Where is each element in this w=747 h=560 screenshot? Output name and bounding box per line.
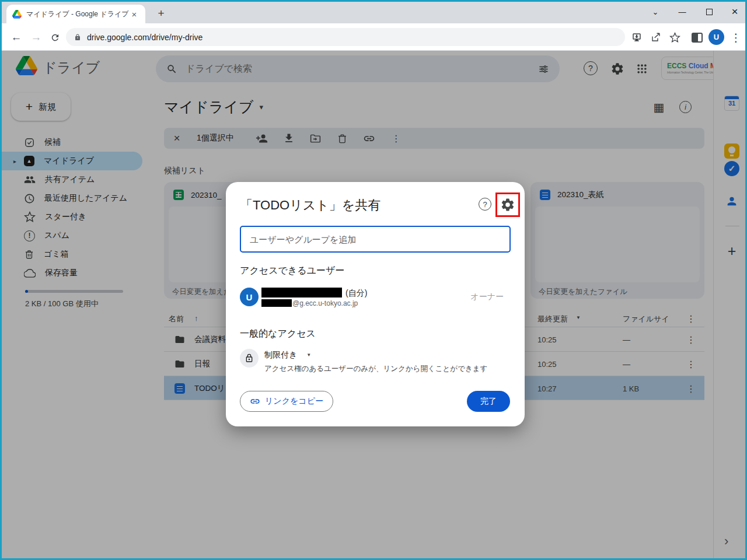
access-level-description: アクセス権のあるユーザーのみが、リンクから開くことができます [264,364,487,374]
copy-link-button[interactable]: リンクをコピー [240,391,333,412]
general-access-heading: 一般的なアクセス [240,328,316,340]
new-tab-button[interactable]: + [153,6,169,21]
copy-link-label: リンクをコピー [265,396,323,407]
side-panel-toggle[interactable] [689,30,704,45]
reload-button[interactable] [47,30,62,45]
annotation-red-box [495,192,520,217]
share-dialog: 「TODOリスト」を共有 ? アクセスできるユーザー U (自分) @g.ecc… [226,182,525,426]
tab-close-icon[interactable]: × [129,9,139,19]
browser-menu-kebab[interactable]: ⋮ [728,30,743,45]
owner-role-label: オーナー [470,292,504,302]
owner-email-domain: @g.ecc.u-tokyo.ac.jp [292,299,358,307]
dialog-settings-gear-icon[interactable] [500,197,515,212]
url-text: drive.google.com/drive/my-drive [87,33,203,42]
url-bar[interactable]: drive.google.com/drive/my-drive [66,28,625,46]
window-minimize-button[interactable]: — [669,2,695,22]
lock-icon [74,33,81,41]
access-level-dropdown[interactable]: 制限付き ▼ [264,350,311,360]
install-icon[interactable] [629,30,644,45]
redacted-owner-email-prefix [261,299,292,307]
browser-tab[interactable]: マイドライブ - Google ドライブ × [6,5,145,23]
link-icon [250,396,260,407]
drive-page: ドライブ ? ECCS Cloud Mail Information Techn… [2,51,745,558]
tab-title: マイドライブ - Google ドライブ [26,9,129,19]
window-close-button[interactable]: × [722,2,747,22]
access-level-label: 制限付き [264,350,297,359]
share-icon[interactable] [648,30,664,45]
dialog-title: 「TODOリスト」を共有 [240,197,381,214]
browser-profile-avatar[interactable]: U [708,29,724,45]
drive-favicon [12,10,22,19]
forward-button[interactable]: → [29,30,44,45]
bookmark-star-icon[interactable] [667,30,682,45]
side-panel-icon [692,33,703,43]
restricted-lock-icon [240,349,259,368]
people-with-access-heading: アクセスできるユーザー [240,265,344,277]
dialog-help-icon[interactable]: ? [479,198,491,211]
window-maximize-button[interactable] [696,2,722,22]
browser-toolbar: ← → drive.google.com/drive/my-drive U ⋮ [2,23,745,51]
browser-tab-strip: マイドライブ - Google ドライブ × + ⌄ — × [2,2,745,23]
back-button[interactable]: ← [9,30,24,45]
redacted-owner-name [261,288,342,298]
owner-avatar: U [240,288,259,306]
dropdown-caret-icon: ▼ [306,352,311,358]
owner-self-label: (自分) [345,288,367,299]
window-chevron-icon[interactable]: ⌄ [643,2,668,22]
done-button[interactable]: 完了 [467,391,510,412]
maximize-icon [706,9,713,15]
add-people-input[interactable] [240,226,511,253]
